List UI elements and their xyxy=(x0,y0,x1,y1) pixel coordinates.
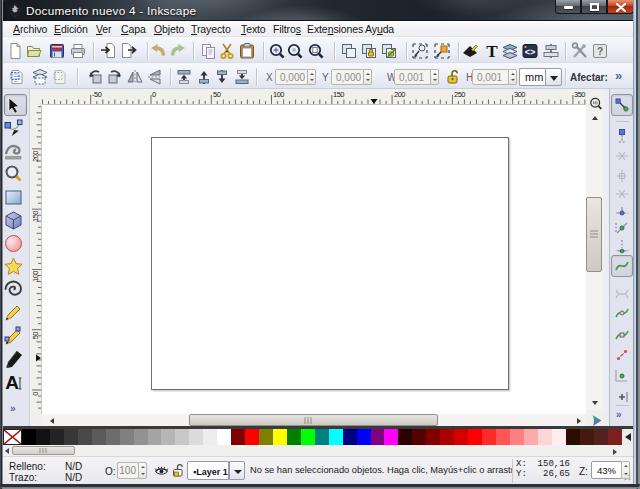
svg-text:T: T xyxy=(486,42,498,60)
svg-text:?: ? xyxy=(597,46,603,57)
svg-text:A: A xyxy=(5,372,19,393)
svg-text:<>: <> xyxy=(525,47,536,57)
